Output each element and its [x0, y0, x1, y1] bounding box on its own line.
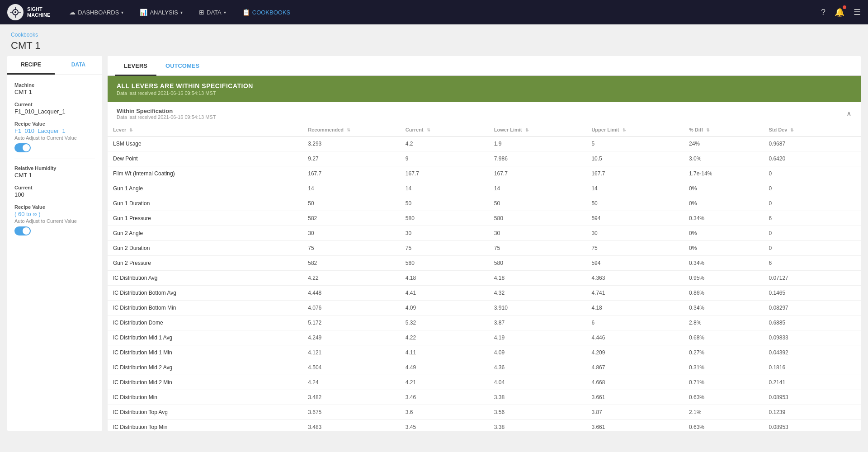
table-section-header: Within Specification Data last received … [108, 102, 861, 123]
cell-pct_diff: 2.1% [684, 405, 763, 420]
cell-lever: Gun 1 Pressure [108, 211, 302, 226]
notifications-icon[interactable]: 🔔 [835, 7, 844, 17]
current-label-2: Current [14, 185, 95, 190]
cell-lower: 7.986 [489, 151, 586, 166]
cell-upper: 30 [586, 226, 684, 241]
cell-upper: 3.87 [586, 405, 684, 420]
collapse-icon[interactable]: ∧ [846, 109, 852, 118]
table-row: Gun 1 Duration505050500%0 [108, 196, 861, 211]
cell-recommended: 4.121 [302, 345, 400, 360]
cell-current: 3.46 [400, 390, 489, 405]
cell-current: 4.11 [400, 345, 489, 360]
table-header: Lever ⇅ Recommended ⇅ Current ⇅ Lower [108, 123, 861, 137]
cell-recommended: 4.076 [302, 301, 400, 315]
col-header-recommended[interactable]: Recommended ⇅ [302, 123, 400, 137]
tab-outcomes[interactable]: OUTCOMES [156, 56, 208, 76]
cell-pct_diff: 24% [684, 137, 763, 151]
cell-std_dev: 0.1465 [763, 286, 861, 301]
col-header-std[interactable]: Std Dev ⇅ [763, 123, 861, 137]
dashboards-icon: ☁ [69, 9, 75, 16]
cell-lever: IC Distribution Mid 2 Min [108, 375, 302, 390]
nav-item-dashboards[interactable]: ☁ DASHBOARDS ▾ [63, 0, 130, 24]
sort-icon-recommended: ⇅ [347, 128, 350, 132]
cell-lower: 4.32 [489, 286, 586, 301]
help-icon[interactable]: ? [821, 8, 826, 17]
machine-label-1: Machine [14, 82, 95, 88]
toggle-switch-1[interactable] [14, 143, 31, 152]
cell-std_dev: 6 [763, 256, 861, 271]
auto-adjust-label-2: Auto Adjust to Current Value [14, 218, 95, 224]
table-body: LSM Usage3.2934.21.9524%0.9687Dew Point9… [108, 137, 861, 431]
cell-lever: IC Distribution Mid 2 Avg [108, 360, 302, 375]
app-logo[interactable]: SIGHTMACHINE [7, 4, 50, 20]
logo-icon [7, 4, 24, 20]
cell-lower: 50 [489, 196, 586, 211]
sort-icon-std: ⇅ [790, 128, 794, 132]
auto-adjust-toggle-1[interactable] [14, 143, 95, 152]
current-value-2: 100 [14, 191, 95, 198]
toggle-switch-2[interactable] [14, 226, 31, 235]
analysis-icon: 📊 [140, 9, 147, 16]
cell-current: 3.6 [400, 405, 489, 420]
cell-upper: 4.741 [586, 286, 684, 301]
auto-adjust-label-1: Auto Adjust to Current Value [14, 135, 95, 141]
cell-recommended: 9.27 [302, 151, 400, 166]
cell-pct_diff: 0.86% [684, 286, 763, 301]
tab-recipe[interactable]: RECIPE [7, 56, 55, 75]
cell-pct_diff: 0% [684, 181, 763, 196]
cell-pct_diff: 0.68% [684, 330, 763, 345]
table-section-info: Within Specification Data last received … [117, 108, 216, 120]
nav-item-cookbooks[interactable]: 📋 COOKBOOKS [236, 0, 297, 24]
cell-std_dev: 0 [763, 166, 861, 181]
cell-recommended: 4.24 [302, 375, 400, 390]
cell-lever: IC Distribution Dome [108, 315, 302, 330]
table-row: IC Distribution Avg4.224.184.184.3630.95… [108, 271, 861, 286]
cell-current: 5.32 [400, 315, 489, 330]
recipe-value-1[interactable]: F1_010_Lacquer_1 [14, 127, 95, 134]
breadcrumb[interactable]: Cookbooks [11, 32, 857, 38]
cell-lever: IC Distribution Mid 1 Avg [108, 330, 302, 345]
table-row: LSM Usage3.2934.21.9524%0.9687 [108, 137, 861, 151]
svg-point-2 [14, 11, 16, 13]
col-header-current[interactable]: Current ⇅ [400, 123, 489, 137]
cell-current: 75 [400, 241, 489, 256]
cell-lower: 75 [489, 241, 586, 256]
cell-recommended: 3.483 [302, 420, 400, 431]
recipe-value-2[interactable]: ( 60 to ∞ ) [14, 211, 95, 217]
cell-pct_diff: 0% [684, 226, 763, 241]
cell-std_dev: 0.09833 [763, 330, 861, 345]
cell-lever: IC Distribution Min [108, 390, 302, 405]
current-label-1: Current [14, 102, 95, 107]
cell-recommended: 3.293 [302, 137, 400, 151]
tab-levers[interactable]: LEVERS [115, 56, 156, 76]
cell-std_dev: 0.1239 [763, 405, 861, 420]
page-header: Cookbooks CMT 1 [0, 24, 868, 56]
cell-recommended: 3.482 [302, 390, 400, 405]
left-panel-body: Machine CMT 1 Current F1_010_Lacquer_1 R… [7, 75, 102, 243]
col-header-lower[interactable]: Lower Limit ⇅ [489, 123, 586, 137]
machine-value-2: CMT 1 [14, 172, 95, 179]
cell-lower: 3.910 [489, 301, 586, 315]
nav-item-data[interactable]: ⊞ DATA ▾ [193, 0, 232, 24]
data-icon: ⊞ [199, 9, 204, 16]
col-header-lever[interactable]: Lever ⇅ [108, 123, 302, 137]
table-row: Gun 1 Angle141414140%0 [108, 181, 861, 196]
cell-current: 30 [400, 226, 489, 241]
cell-recommended: 4.249 [302, 330, 400, 345]
cell-lever: IC Distribution Avg [108, 271, 302, 286]
cell-recommended: 50 [302, 196, 400, 211]
tab-data[interactable]: DATA [55, 56, 102, 75]
cell-lower: 4.36 [489, 360, 586, 375]
cell-std_dev: 0.08297 [763, 301, 861, 315]
col-header-pct[interactable]: % Diff ⇅ [684, 123, 763, 137]
nav-item-analysis[interactable]: 📊 ANALYSIS ▾ [133, 0, 189, 24]
table-scroll-area[interactable]: Lever ⇅ Recommended ⇅ Current ⇅ Lower [108, 123, 861, 431]
auto-adjust-toggle-2[interactable] [14, 226, 95, 235]
chevron-down-icon: ▾ [180, 10, 183, 15]
cell-lower: 580 [489, 211, 586, 226]
right-panel: LEVERS OUTCOMES ALL LEVERS ARE WITHIN SP… [108, 56, 861, 431]
menu-icon[interactable]: ☰ [854, 7, 861, 17]
table-row: IC Distribution Mid 2 Min4.244.214.044.6… [108, 375, 861, 390]
machine-value-1: CMT 1 [14, 89, 95, 95]
col-header-upper[interactable]: Upper Limit ⇅ [586, 123, 684, 137]
